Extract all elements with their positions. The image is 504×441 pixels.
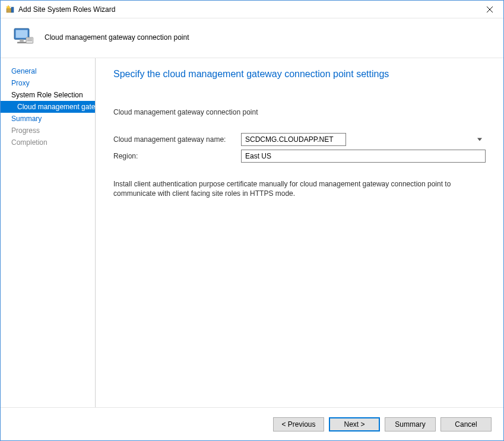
next-button[interactable]: Next > xyxy=(329,417,380,432)
row-region: Region: xyxy=(113,150,486,163)
previous-button[interactable]: < Previous xyxy=(273,417,324,432)
sidebar-item-general[interactable]: General xyxy=(1,65,95,77)
gateway-name-select[interactable]: SCDCMG.CLOUDAPP.NET xyxy=(241,133,346,146)
region-label: Region: xyxy=(113,152,241,160)
sidebar-item-completion: Completion xyxy=(1,137,95,148)
wizard-header: Cloud management gateway connection poin… xyxy=(1,18,503,58)
titlebar: Add Site System Roles Wizard xyxy=(1,1,503,18)
sidebar-item-cloud-management-gateway[interactable]: Cloud management gate xyxy=(1,101,95,113)
svg-rect-1 xyxy=(11,7,14,12)
content-area: General Proxy System Role Selection Clou… xyxy=(1,58,503,407)
sidebar-item-system-role-selection: System Role Selection xyxy=(1,89,95,101)
main-panel: Specify the cloud management gateway con… xyxy=(96,58,503,407)
section-label: Cloud management gateway connection poin… xyxy=(113,108,486,116)
summary-button[interactable]: Summary xyxy=(385,417,436,432)
region-input xyxy=(241,150,486,163)
header-subtitle: Cloud management gateway connection poin… xyxy=(45,33,189,42)
window-title: Add Site System Roles Wizard xyxy=(18,5,476,14)
svg-rect-11 xyxy=(27,40,32,41)
svg-rect-8 xyxy=(17,42,26,44)
row-gateway-name: Cloud management gateway name: SCDCMG.CL… xyxy=(113,133,486,146)
svg-rect-7 xyxy=(20,39,24,42)
install-note: Install client authentication purpose ce… xyxy=(113,179,486,198)
page-heading: Specify the cloud management gateway con… xyxy=(113,69,486,80)
cancel-button[interactable]: Cancel xyxy=(440,417,492,432)
sidebar-item-progress: Progress xyxy=(1,125,95,137)
gateway-name-label: Cloud management gateway name: xyxy=(113,135,241,144)
svg-rect-6 xyxy=(16,30,28,38)
sidebar-item-proxy[interactable]: Proxy xyxy=(1,77,95,89)
wizard-app-icon xyxy=(5,5,15,14)
sidebar-item-summary[interactable]: Summary xyxy=(1,113,95,125)
close-button[interactable] xyxy=(476,1,503,18)
wizard-footer: < Previous Next > Summary Cancel xyxy=(1,407,503,440)
gateway-name-select-wrap[interactable]: SCDCMG.CLOUDAPP.NET xyxy=(241,133,486,146)
computer-monitor-icon xyxy=(11,26,35,49)
svg-rect-10 xyxy=(27,39,32,40)
wizard-steps-sidebar: General Proxy System Role Selection Clou… xyxy=(1,58,96,407)
